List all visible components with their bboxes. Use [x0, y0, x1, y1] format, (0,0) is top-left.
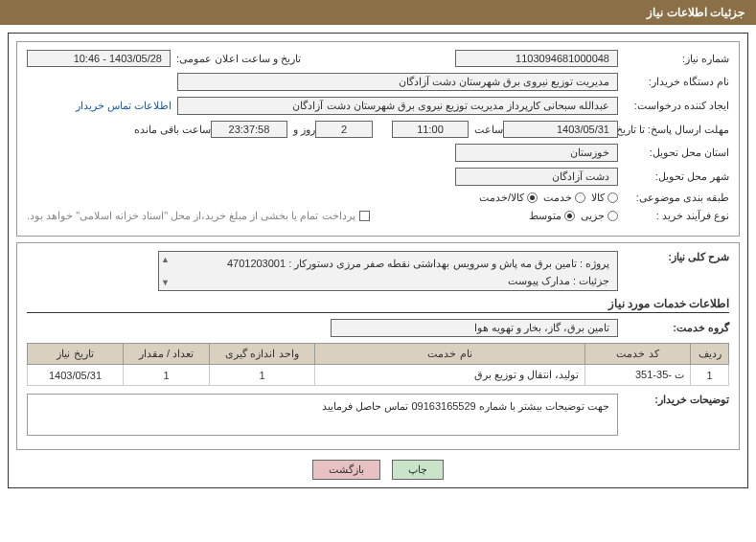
class-radio-group: کالا خدمت کالا/خدمت	[479, 192, 618, 204]
deadline-label: مهلت ارسال پاسخ: تا تاریخ:	[624, 124, 729, 136]
type-radio-group: جزیی متوسط	[529, 210, 618, 222]
desc-textarea[interactable]: ▲ پروژه : تامین برق مه پاش و سرویس بهداش…	[158, 251, 618, 291]
requester-label: ایجاد کننده درخواست:	[624, 100, 729, 112]
time-label: ساعت	[474, 124, 503, 136]
deadline-date: 1403/05/31	[503, 121, 618, 138]
col-row: ردیف	[691, 344, 729, 365]
radio-service[interactable]	[575, 192, 585, 203]
services-table: ردیف کد خدمت نام خدمت واحد اندازه گیری ت…	[27, 343, 729, 386]
group-label: گروه خدمت:	[624, 322, 729, 334]
buyer-note-box: جهت توضیحات بیشتر با شماره 09163165529 ت…	[27, 394, 618, 436]
buyer-contact-link[interactable]: اطلاعات تماس خریدار	[76, 100, 172, 112]
city-label: شهر محل تحویل:	[624, 170, 729, 183]
remain-label: ساعت باقی مانده	[134, 124, 211, 136]
services-section-title: اطلاعات خدمات مورد نیاز	[27, 297, 729, 313]
announce-value: 1403/05/28 - 10:46	[27, 50, 171, 67]
col-qty: تعداد / مقدار	[124, 344, 210, 365]
print-button[interactable]: چاپ	[392, 460, 444, 480]
need-number-value: 1103094681000048	[455, 50, 618, 67]
main-frame: شماره نیاز: 1103094681000048 تاریخ و ساع…	[8, 33, 748, 488]
back-button[interactable]: بازگشت	[312, 460, 380, 480]
requester-value: عبدالله سبحانی کارپرداز مدیریت توزیع نیر…	[177, 97, 618, 115]
treasury-checkbox[interactable]	[359, 211, 370, 221]
col-name: نام خدمت	[315, 344, 585, 365]
radio-both[interactable]	[527, 192, 538, 203]
days-label: روز و	[293, 124, 315, 136]
radio-goods[interactable]	[607, 192, 618, 203]
desc-line2: جزئیات : مدارک پیوست	[167, 273, 609, 290]
treasury-note: پرداخت تمام یا بخشی از مبلغ خرید،از محل …	[27, 210, 355, 222]
province-label: استان محل تحویل:	[624, 147, 729, 159]
need-info-panel: شماره نیاز: 1103094681000048 تاریخ و ساع…	[16, 41, 740, 237]
group-value: تامین برق، گاز، بخار و تهویه هوا	[331, 319, 618, 337]
table-row: 1 ت -35-351 تولید، انتقال و توزیع برق 1 …	[28, 365, 729, 386]
button-row: چاپ بازگشت	[16, 460, 740, 480]
scroll-down-icon[interactable]: ▼	[161, 276, 170, 289]
col-unit: واحد اندازه گیری	[210, 344, 315, 365]
col-date: تاریخ نیاز	[28, 344, 124, 365]
type-label: نوع فرآیند خرید :	[624, 210, 729, 222]
page-header: جزئیات اطلاعات نیاز	[0, 0, 756, 25]
buyer-value: مدیریت توزیع نیروی برق شهرستان دشت آزادگ…	[177, 73, 618, 91]
deadline-time: 11:00	[392, 121, 469, 138]
days-value: 2	[315, 121, 373, 138]
scroll-up-icon[interactable]: ▲	[161, 253, 170, 266]
city-value: دشت آزادگان	[455, 168, 618, 186]
province-value: خوزستان	[455, 144, 618, 162]
radio-partial[interactable]	[607, 211, 618, 221]
col-code: کد خدمت	[585, 344, 691, 365]
page-title: جزئیات اطلاعات نیاز	[647, 6, 745, 19]
desc-label: شرح کلی نیاز:	[624, 251, 729, 263]
desc-line1: پروژه : تامین برق مه پاش و سرویس بهداشتی…	[167, 256, 609, 273]
buyer-label: نام دستگاه خریدار:	[624, 76, 729, 88]
countdown-value: 23:37:58	[211, 121, 287, 138]
description-panel: شرح کلی نیاز: ▲ پروژه : تامین برق مه پاش…	[16, 242, 740, 450]
announce-label: تاریخ و ساعت اعلان عمومی:	[176, 53, 301, 65]
class-label: طبقه بندی موضوعی:	[624, 192, 729, 204]
radio-medium[interactable]	[564, 211, 575, 221]
buyer-note-label: توضیحات خریدار:	[624, 394, 729, 406]
need-number-label: شماره نیاز:	[624, 53, 729, 65]
